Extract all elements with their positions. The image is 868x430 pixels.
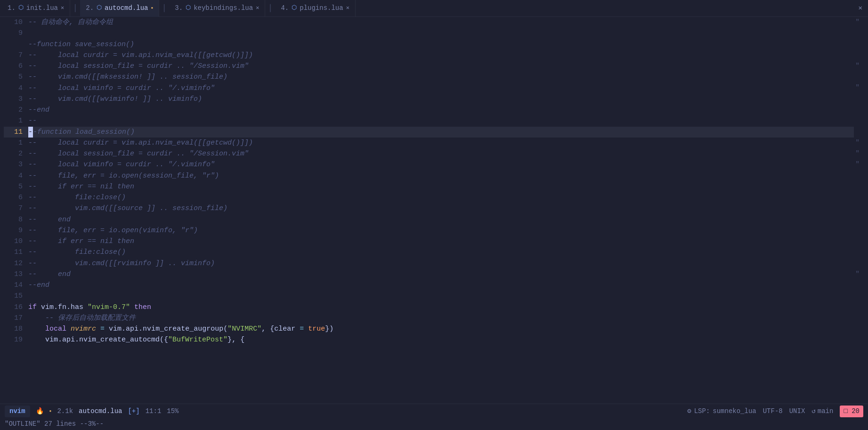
- code-line-3a: 3 -- vim.cmd([[wviminfo! ]] .. viminfo): [4, 94, 854, 105]
- gutter-14b: 14: [4, 280, 28, 291]
- status-branch-name: main: [818, 406, 834, 417]
- tab-icon-3: ⬡: [186, 3, 191, 13]
- line-content-3b: -- local viminfo = curdir .. "/.viminfo": [28, 159, 854, 170]
- status-branch-icon: ↺: [811, 406, 815, 417]
- bottom-line-text: "OUTLINE" 27 lines --3%--: [5, 419, 104, 430]
- gutter-1b: 1: [4, 138, 28, 148]
- line-content-5a: -- vim.cmd([[mksession! ]] .. session_fi…: [28, 72, 854, 82]
- tab-init-lua[interactable]: 1. ⬡ init.lua ✕: [2, 0, 70, 17]
- gutter-8b: 8: [4, 214, 28, 225]
- tab-icon-1: ⬡: [18, 3, 24, 13]
- code-line-9b: 9 -- file, err = io.open(viminfo, "r"): [4, 225, 854, 236]
- status-encoding: UTF-8: [763, 406, 783, 417]
- status-branch-group: ↺ main: [811, 406, 833, 417]
- gutter-18: 18: [4, 324, 28, 334]
- gutter-5a: 5: [4, 72, 28, 82]
- status-mode: nvim: [5, 406, 30, 418]
- bottom-line: "OUTLINE" 27 lines --3%--: [0, 419, 868, 430]
- tab-separator-2: │: [159, 3, 169, 14]
- line-content-13b: -- end: [28, 269, 854, 280]
- tabbar-close-all[interactable]: ✕: [859, 3, 866, 14]
- gutter-6a: 6: [4, 61, 28, 72]
- status-lsp-label: LSP:: [694, 406, 710, 417]
- line-content-15: [28, 291, 854, 301]
- quote-right-6a: ": [856, 61, 860, 72]
- gutter-11: 11: [4, 127, 28, 138]
- gutter-9: 9: [4, 28, 28, 39]
- code-line-16: 16 if vim.fn.has "nvim-0.7" then: [4, 302, 854, 313]
- line-content-1a: --: [28, 115, 854, 126]
- tab-autocmd-lua[interactable]: 2. ⬡ autocmd.lua ●: [80, 0, 159, 17]
- tab-icon-2: ⬡: [97, 3, 102, 13]
- tab-num-4: 4.: [281, 3, 289, 14]
- code-line-15: 15: [4, 291, 854, 301]
- gutter-19: 19: [4, 334, 28, 345]
- status-percent: 15%: [167, 406, 178, 417]
- code-line-8b: 8 -- end: [4, 214, 854, 225]
- code-line-3b: 3 -- local viminfo = curdir .. "/.viminf…: [4, 159, 854, 170]
- status-lsp-name: sumneko_lua: [713, 406, 756, 417]
- tab-plugins-lua[interactable]: 4. ⬡ plugins.lua ✕: [275, 0, 355, 17]
- gutter-13b: 13: [4, 269, 28, 280]
- gutter-16: 16: [4, 302, 28, 313]
- line-content-save: --function save_session(): [28, 39, 854, 50]
- code-line-11: 11 --function load_session(): [4, 127, 854, 138]
- line-content-10b: -- if err == nil then: [28, 236, 854, 247]
- line-content-1b: -- local curdir = vim.api.nvim_eval([[ge…: [28, 138, 854, 148]
- code-line-6a: 6 -- local session_file = curdir .. "/Se…: [4, 61, 854, 72]
- gutter-7a: 7: [4, 50, 28, 61]
- line-content-16: if vim.fn.has "nvim-0.7" then: [28, 302, 854, 313]
- code-line-11b: 11 -- file:close(): [4, 247, 854, 258]
- line-content-11b: -- file:close(): [28, 247, 854, 258]
- line-content-10: -- 自动命令, 自动命令组: [28, 17, 854, 28]
- line-content-5b: -- if err == nil then: [28, 181, 854, 192]
- tab-label-2: autocmd.lua: [105, 3, 148, 14]
- tab-num-1: 1.: [8, 3, 16, 14]
- quote-right-2b: ": [856, 149, 860, 159]
- gutter-11b: 11: [4, 247, 28, 258]
- code-line-10b: 10 -- if err == nil then: [4, 236, 854, 247]
- gutter-15: 15: [4, 291, 28, 301]
- status-err-num: 20: [852, 407, 860, 415]
- code-line-18: 18 local nvimrc = vim.api.nvim_create_au…: [4, 324, 854, 334]
- line-content-9: [28, 28, 854, 39]
- line-content-2a: --end: [28, 105, 854, 115]
- code-line-12b: 12 -- vim.cmd([[rviminfo ]] .. viminfo): [4, 258, 854, 269]
- tab-modified-dot: ●: [151, 5, 154, 11]
- line-content-7a: -- local curdir = vim.api.nvim_eval([[ge…: [28, 50, 854, 61]
- code-line-6b: 6 -- file:close(): [4, 192, 854, 203]
- line-content-6a: -- local session_file = curdir .. "/Sess…: [28, 61, 854, 72]
- status-lsp-icon: ⚙: [687, 406, 691, 417]
- status-position: 11:1: [146, 406, 162, 417]
- code-line-9: 9: [4, 28, 854, 39]
- gutter-3b: 3: [4, 159, 28, 170]
- code-line-2a: 2 --end: [4, 105, 854, 115]
- tab-close-4[interactable]: ✕: [346, 4, 349, 13]
- status-bar: nvim 🔥 ● 2.1k autocmd.lua [+] 11:1 15% ⚙…: [0, 404, 868, 419]
- line-content-7b: -- vim.cmd([[source ]] .. session_file): [28, 203, 854, 214]
- code-editor[interactable]: 10 -- 自动命令, 自动命令组 " 9 --function save_se…: [0, 17, 868, 404]
- tab-close-3[interactable]: ✕: [256, 4, 259, 13]
- quote-right-10: ": [856, 17, 860, 28]
- code-line-13b: 13 -- end ": [4, 269, 854, 280]
- line-content-6b: -- file:close(): [28, 192, 854, 203]
- code-line-5a: 5 -- vim.cmd([[mksession! ]] .. session_…: [4, 72, 854, 82]
- tab-label-4: plugins.lua: [300, 3, 343, 14]
- cursor: -: [28, 127, 33, 138]
- code-line-save-func: --function save_session(): [4, 39, 854, 50]
- tab-num-3: 3.: [175, 3, 183, 14]
- status-flame-icon: 🔥: [36, 406, 44, 417]
- gutter-2b: 2: [4, 148, 28, 159]
- tab-close-1[interactable]: ✕: [61, 4, 64, 13]
- gutter-12b: 12: [4, 258, 28, 269]
- code-line-14b: 14 --end: [4, 280, 854, 291]
- status-error-count: □ 20: [840, 406, 863, 418]
- quote-right-13b: ": [856, 269, 860, 280]
- quote-right-3b: ": [856, 160, 860, 170]
- tab-keybindings-lua[interactable]: 3. ⬡ keybindings.lua ✕: [169, 0, 265, 17]
- quote-right-4a: ": [856, 83, 860, 93]
- status-fileformat: UNIX: [789, 406, 805, 417]
- status-lsp-group: ⚙ LSP: sumneko_lua: [687, 406, 756, 417]
- gutter-7b: 7: [4, 203, 28, 214]
- gutter-17: 17: [4, 313, 28, 324]
